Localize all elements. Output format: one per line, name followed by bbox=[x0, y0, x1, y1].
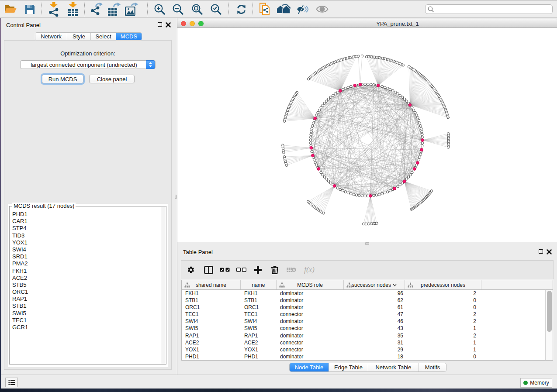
create-column-button[interactable] bbox=[249, 266, 266, 274]
function-builder-button[interactable]: f(x) bbox=[300, 265, 319, 274]
table-settings-button[interactable] bbox=[181, 266, 201, 274]
mcds-result-item[interactable]: STP4 bbox=[10, 225, 161, 232]
graph-node[interactable] bbox=[370, 83, 372, 86]
graph-node[interactable] bbox=[361, 195, 363, 197]
graph-node[interactable] bbox=[421, 131, 423, 133]
clone-network-button[interactable] bbox=[258, 0, 271, 18]
graph-node[interactable] bbox=[411, 171, 414, 174]
graph-node[interactable] bbox=[409, 174, 412, 176]
graph-hub-node[interactable] bbox=[310, 146, 313, 149]
graph-node[interactable] bbox=[419, 156, 421, 158]
graph-node[interactable] bbox=[312, 122, 315, 124]
mcds-result-scrollbar[interactable] bbox=[161, 207, 166, 364]
mcds-result-item[interactable]: ACE2 bbox=[10, 275, 161, 282]
graph-node[interactable] bbox=[421, 142, 424, 144]
graph-node[interactable] bbox=[421, 136, 424, 139]
select-all-columns-button[interactable] bbox=[216, 268, 233, 272]
graph-node[interactable] bbox=[421, 144, 424, 147]
tab-style[interactable]: Style bbox=[67, 33, 91, 40]
graph-node[interactable] bbox=[421, 133, 424, 136]
graph-node[interactable] bbox=[386, 191, 389, 193]
graph-node[interactable] bbox=[397, 185, 399, 188]
close-panel-button[interactable]: Close panel bbox=[89, 75, 135, 83]
scrollbar-thumb[interactable] bbox=[547, 291, 552, 332]
graph-node[interactable] bbox=[418, 119, 420, 122]
show-panels-button[interactable] bbox=[5, 378, 18, 387]
criterion-dropdown[interactable]: largest connected component (undirected) bbox=[20, 60, 156, 69]
graph-node[interactable] bbox=[309, 142, 312, 144]
mcds-result-item[interactable]: RAP1 bbox=[10, 296, 161, 303]
graph-hub-node[interactable] bbox=[333, 185, 336, 188]
graph-node[interactable] bbox=[314, 162, 317, 164]
graph-node[interactable] bbox=[365, 55, 368, 58]
graph-hub-node[interactable] bbox=[413, 168, 416, 171]
graph-node[interactable] bbox=[361, 55, 363, 58]
graph-node[interactable] bbox=[339, 188, 342, 191]
graph-node[interactable] bbox=[419, 122, 421, 124]
export-image-button[interactable] bbox=[125, 0, 138, 18]
graph-node[interactable] bbox=[285, 164, 288, 167]
tab-network-table[interactable]: Network Table bbox=[368, 363, 419, 371]
graph-node[interactable] bbox=[320, 171, 322, 174]
show-columns-button[interactable] bbox=[201, 266, 216, 274]
mcds-result-item[interactable]: FKH1 bbox=[10, 268, 161, 275]
show-all-button[interactable] bbox=[315, 0, 329, 18]
graph-node[interactable] bbox=[418, 158, 420, 161]
delete-table-button[interactable] bbox=[283, 267, 300, 272]
graph-hub-node[interactable] bbox=[421, 139, 424, 142]
graph-node[interactable] bbox=[332, 94, 334, 97]
graph-node[interactable] bbox=[384, 86, 386, 89]
graph-node[interactable] bbox=[322, 104, 324, 107]
tab-edge-table[interactable]: Edge Table bbox=[329, 363, 368, 371]
graph-node[interactable] bbox=[336, 187, 339, 189]
graph-node[interactable] bbox=[391, 89, 394, 92]
graph-node[interactable] bbox=[315, 164, 318, 166]
graph-node[interactable] bbox=[367, 83, 370, 86]
graph-node[interactable] bbox=[389, 88, 392, 91]
graph-node[interactable] bbox=[407, 176, 410, 179]
graph-node[interactable] bbox=[386, 87, 389, 90]
table-scrollbar[interactable] bbox=[545, 290, 553, 360]
column-header-shared-name[interactable]: shared name bbox=[182, 280, 241, 289]
graph-node[interactable] bbox=[323, 176, 326, 179]
graph-node[interactable] bbox=[384, 192, 386, 194]
graph-hub-node[interactable] bbox=[317, 168, 320, 171]
graph-node[interactable] bbox=[322, 174, 324, 176]
graph-node[interactable] bbox=[322, 212, 325, 214]
graph-node[interactable] bbox=[347, 192, 349, 194]
graph-node[interactable] bbox=[349, 85, 352, 88]
import-network-button[interactable] bbox=[47, 0, 60, 18]
zoom-fit-button[interactable] bbox=[190, 0, 204, 18]
open-file-button[interactable] bbox=[3, 0, 17, 18]
table-row[interactable]: SWI4SWI4dominator462 bbox=[182, 318, 545, 325]
graph-node[interactable] bbox=[381, 193, 384, 195]
graph-node[interactable] bbox=[318, 109, 321, 112]
table-row[interactable]: FKH1FKH1dominator962 bbox=[182, 290, 545, 297]
zoom-out-button[interactable] bbox=[171, 0, 184, 18]
graph-node[interactable] bbox=[411, 107, 414, 109]
graph-node[interactable] bbox=[327, 98, 330, 100]
table-row[interactable]: ORC1ORC1dominator610 bbox=[182, 304, 545, 311]
mcds-result-item[interactable]: PMA2 bbox=[10, 260, 161, 267]
graph-node[interactable] bbox=[430, 190, 433, 193]
graph-node[interactable] bbox=[415, 114, 418, 117]
graph-node[interactable] bbox=[357, 55, 360, 58]
graph-hub-node[interactable] bbox=[311, 154, 315, 157]
table-row[interactable]: ACE2ACE2connector311 bbox=[182, 339, 545, 346]
graph-hub-node[interactable] bbox=[420, 148, 423, 151]
table-row[interactable]: YOX1YOX1connector291 bbox=[182, 346, 545, 353]
graph-hub-node[interactable] bbox=[393, 187, 396, 190]
export-table-button[interactable] bbox=[107, 0, 121, 18]
mcds-result-item[interactable]: STB1 bbox=[10, 303, 161, 309]
mcds-result-item[interactable]: CAR1 bbox=[10, 218, 161, 225]
graph-node[interactable] bbox=[447, 132, 450, 135]
table-row[interactable]: RAP1RAP1dominator352 bbox=[182, 332, 545, 339]
table-row[interactable]: STB1STB1dominator620 bbox=[182, 297, 545, 304]
close-panel-icon[interactable] bbox=[166, 22, 171, 28]
graph-node[interactable] bbox=[309, 139, 312, 141]
save-session-button[interactable] bbox=[23, 0, 36, 18]
network-canvas[interactable] bbox=[177, 28, 557, 242]
graph-node[interactable] bbox=[405, 100, 408, 103]
hide-selected-button[interactable] bbox=[296, 0, 309, 18]
zoom-in-button[interactable] bbox=[153, 0, 166, 18]
